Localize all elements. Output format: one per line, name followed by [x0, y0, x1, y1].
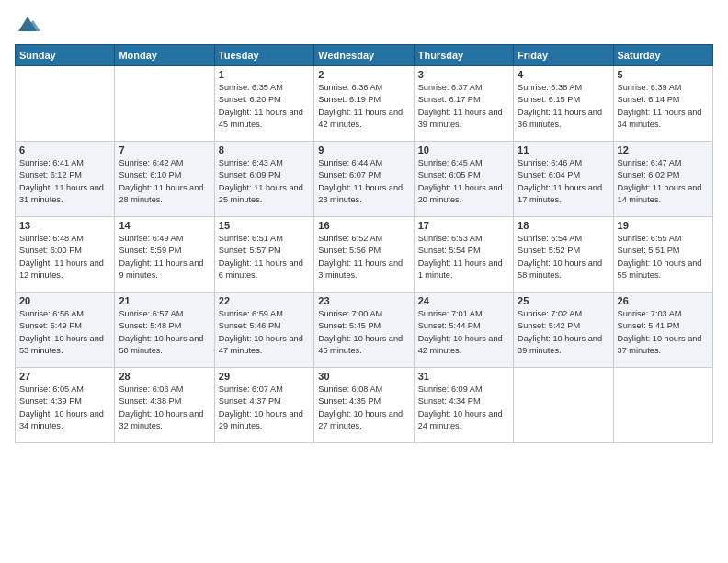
calendar-table: SundayMondayTuesdayWednesdayThursdayFrid… — [15, 44, 713, 443]
day-detail: Sunrise: 7:01 AMSunset: 5:44 PMDaylight:… — [418, 308, 509, 357]
day-number: 12 — [618, 144, 709, 155]
calendar-cell: 25Sunrise: 7:02 AMSunset: 5:42 PMDayligh… — [514, 293, 613, 368]
day-detail: Sunrise: 6:35 AMSunset: 6:20 PMDaylight:… — [219, 82, 310, 131]
day-number: 30 — [318, 371, 409, 382]
calendar-cell: 10Sunrise: 6:45 AMSunset: 6:05 PMDayligh… — [414, 142, 513, 217]
day-number: 19 — [618, 220, 709, 231]
day-detail: Sunrise: 6:51 AMSunset: 5:57 PMDaylight:… — [219, 233, 310, 282]
day-detail: Sunrise: 6:37 AMSunset: 6:17 PMDaylight:… — [418, 82, 509, 131]
calendar-cell: 11Sunrise: 6:46 AMSunset: 6:04 PMDayligh… — [514, 142, 613, 217]
calendar-cell: 22Sunrise: 6:59 AMSunset: 5:46 PMDayligh… — [214, 293, 313, 368]
day-number: 8 — [219, 144, 310, 155]
calendar-cell: 23Sunrise: 7:00 AMSunset: 5:45 PMDayligh… — [314, 293, 414, 368]
day-number: 24 — [418, 295, 509, 306]
day-number: 3 — [418, 69, 509, 80]
day-detail: Sunrise: 6:52 AMSunset: 5:56 PMDaylight:… — [318, 233, 409, 282]
logo-icon — [15, 11, 40, 37]
day-number: 18 — [518, 220, 609, 231]
day-number: 14 — [119, 220, 210, 231]
calendar-cell: 5Sunrise: 6:39 AMSunset: 6:14 PMDaylight… — [613, 66, 712, 142]
day-number: 13 — [19, 220, 110, 231]
calendar-cell — [115, 66, 214, 142]
calendar-cell: 13Sunrise: 6:48 AMSunset: 6:00 PMDayligh… — [16, 217, 115, 293]
day-detail: Sunrise: 6:39 AMSunset: 6:14 PMDaylight:… — [618, 82, 709, 131]
week-row-1: 1Sunrise: 6:35 AMSunset: 6:20 PMDaylight… — [16, 66, 713, 142]
day-detail: Sunrise: 6:59 AMSunset: 5:46 PMDaylight:… — [219, 308, 310, 357]
day-number: 26 — [618, 295, 709, 306]
day-detail: Sunrise: 6:45 AMSunset: 6:05 PMDaylight:… — [418, 157, 509, 206]
calendar-cell: 6Sunrise: 6:41 AMSunset: 6:12 PMDaylight… — [16, 142, 115, 217]
day-number: 27 — [19, 371, 110, 382]
week-row-4: 20Sunrise: 6:56 AMSunset: 5:49 PMDayligh… — [16, 293, 713, 368]
calendar-cell: 19Sunrise: 6:55 AMSunset: 5:51 PMDayligh… — [613, 217, 712, 293]
weekday-friday: Friday — [514, 45, 613, 66]
weekday-wednesday: Wednesday — [314, 45, 414, 66]
week-row-3: 13Sunrise: 6:48 AMSunset: 6:00 PMDayligh… — [16, 217, 713, 293]
calendar-cell: 28Sunrise: 6:06 AMSunset: 4:38 PMDayligh… — [115, 368, 214, 443]
day-number: 15 — [219, 220, 310, 231]
day-detail: Sunrise: 6:44 AMSunset: 6:07 PMDaylight:… — [318, 157, 409, 206]
day-number: 6 — [19, 144, 110, 155]
calendar-cell: 7Sunrise: 6:42 AMSunset: 6:10 PMDaylight… — [115, 142, 214, 217]
weekday-thursday: Thursday — [414, 45, 513, 66]
day-detail: Sunrise: 7:00 AMSunset: 5:45 PMDaylight:… — [318, 308, 409, 357]
calendar-cell: 30Sunrise: 6:08 AMSunset: 4:35 PMDayligh… — [314, 368, 414, 443]
day-detail: Sunrise: 6:06 AMSunset: 4:38 PMDaylight:… — [119, 384, 210, 432]
calendar-cell — [514, 368, 613, 443]
day-number: 7 — [119, 144, 210, 155]
day-number: 5 — [618, 69, 709, 80]
calendar-cell: 18Sunrise: 6:54 AMSunset: 5:52 PMDayligh… — [514, 217, 613, 293]
day-number: 31 — [418, 371, 509, 382]
day-detail: Sunrise: 6:49 AMSunset: 5:59 PMDaylight:… — [119, 233, 210, 282]
day-detail: Sunrise: 6:55 AMSunset: 5:51 PMDaylight:… — [618, 233, 709, 282]
weekday-saturday: Saturday — [613, 45, 712, 66]
weekday-tuesday: Tuesday — [214, 45, 313, 66]
day-number: 22 — [219, 295, 310, 306]
calendar-cell: 14Sunrise: 6:49 AMSunset: 5:59 PMDayligh… — [115, 217, 214, 293]
calendar-cell: 8Sunrise: 6:43 AMSunset: 6:09 PMDaylight… — [214, 142, 313, 217]
calendar-cell: 15Sunrise: 6:51 AMSunset: 5:57 PMDayligh… — [214, 217, 313, 293]
calendar-cell: 24Sunrise: 7:01 AMSunset: 5:44 PMDayligh… — [414, 293, 513, 368]
header — [15, 11, 713, 37]
week-row-2: 6Sunrise: 6:41 AMSunset: 6:12 PMDaylight… — [16, 142, 713, 217]
calendar-cell: 4Sunrise: 6:38 AMSunset: 6:15 PMDaylight… — [514, 66, 613, 142]
day-number: 29 — [219, 371, 310, 382]
day-detail: Sunrise: 6:05 AMSunset: 4:39 PMDaylight:… — [19, 384, 110, 432]
day-detail: Sunrise: 6:47 AMSunset: 6:02 PMDaylight:… — [618, 157, 709, 206]
day-number: 11 — [518, 144, 609, 155]
day-number: 10 — [418, 144, 509, 155]
day-number: 2 — [318, 69, 409, 80]
day-detail: Sunrise: 6:09 AMSunset: 4:34 PMDaylight:… — [418, 384, 509, 432]
calendar-cell: 27Sunrise: 6:05 AMSunset: 4:39 PMDayligh… — [16, 368, 115, 443]
day-detail: Sunrise: 6:43 AMSunset: 6:09 PMDaylight:… — [219, 157, 310, 206]
day-detail: Sunrise: 6:38 AMSunset: 6:15 PMDaylight:… — [518, 82, 609, 131]
day-detail: Sunrise: 6:41 AMSunset: 6:12 PMDaylight:… — [19, 157, 110, 206]
day-number: 20 — [19, 295, 110, 306]
day-number: 16 — [318, 220, 409, 231]
calendar-cell: 3Sunrise: 6:37 AMSunset: 6:17 PMDaylight… — [414, 66, 513, 142]
day-number: 25 — [518, 295, 609, 306]
weekday-header-row: SundayMondayTuesdayWednesdayThursdayFrid… — [16, 45, 713, 66]
calendar-cell: 21Sunrise: 6:57 AMSunset: 5:48 PMDayligh… — [115, 293, 214, 368]
calendar-cell: 16Sunrise: 6:52 AMSunset: 5:56 PMDayligh… — [314, 217, 414, 293]
calendar-cell: 26Sunrise: 7:03 AMSunset: 5:41 PMDayligh… — [613, 293, 712, 368]
calendar-cell: 31Sunrise: 6:09 AMSunset: 4:34 PMDayligh… — [414, 368, 513, 443]
calendar-cell: 9Sunrise: 6:44 AMSunset: 6:07 PMDaylight… — [314, 142, 414, 217]
calendar-cell — [16, 66, 115, 142]
day-number: 21 — [119, 295, 210, 306]
day-detail: Sunrise: 6:36 AMSunset: 6:19 PMDaylight:… — [318, 82, 409, 131]
day-number: 9 — [318, 144, 409, 155]
day-detail: Sunrise: 6:48 AMSunset: 6:00 PMDaylight:… — [19, 233, 110, 282]
day-detail: Sunrise: 6:57 AMSunset: 5:48 PMDaylight:… — [119, 308, 210, 357]
day-number: 1 — [219, 69, 310, 80]
calendar-cell — [613, 368, 712, 443]
day-detail: Sunrise: 6:53 AMSunset: 5:54 PMDaylight:… — [418, 233, 509, 282]
calendar-cell: 20Sunrise: 6:56 AMSunset: 5:49 PMDayligh… — [16, 293, 115, 368]
calendar-cell: 12Sunrise: 6:47 AMSunset: 6:02 PMDayligh… — [613, 142, 712, 217]
weekday-monday: Monday — [115, 45, 214, 66]
day-number: 17 — [418, 220, 509, 231]
weekday-sunday: Sunday — [16, 45, 115, 66]
day-detail: Sunrise: 6:42 AMSunset: 6:10 PMDaylight:… — [119, 157, 210, 206]
day-detail: Sunrise: 6:56 AMSunset: 5:49 PMDaylight:… — [19, 308, 110, 357]
logo — [15, 11, 44, 37]
